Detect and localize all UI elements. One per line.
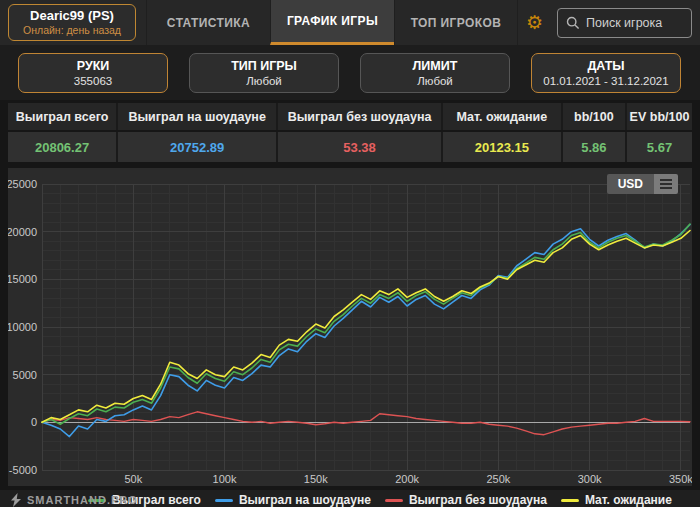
legend-dash-blue [215,499,233,502]
player-name: Dearic99 (PS) [30,8,114,24]
y-tick-label: 5000 [13,369,37,381]
topbar-spacer [518,0,526,45]
filter-limit-value: Любой [417,74,453,88]
filter-hands[interactable]: РУКИ 355063 [18,53,168,93]
player-search-input[interactable] [586,16,683,30]
legend-item-won-no-showdown[interactable]: Выиграл без шоудауна [385,493,547,507]
filter-dates-label: ДАТЫ [587,58,624,74]
filter-hands-label: РУКИ [77,58,110,74]
chart-controls: USD [607,174,678,194]
brand-name: SMARTHAND.PRO [27,494,138,506]
player-status-box: Dearic99 (PS) Онлайн: день назад [8,4,136,41]
stat-header-expectation: Мат. ожидание [443,103,563,130]
brand-bolt-icon [10,493,22,507]
footer: SMARTHAND.PRO Выиграл всего Выиграл на ш… [0,490,700,507]
stat-value-expectation: 20123.15 [443,132,563,162]
main-tabs: СТАТИСТИКА ГРАФИК ИГРЫ ТОП ИГРОКОВ [146,0,518,45]
stat-header-won-showdown: Выиграл на шоудауне [118,103,278,130]
stat-header-bb100: bb/100 [563,103,627,130]
stat-header-ev-bb100: EV bb/100 [627,103,692,130]
winnings-chart: USD -5000050001000015000200002500050k100… [8,168,692,486]
stat-value-bb100: 5.86 [563,132,627,162]
x-tick-label: 350k [669,473,692,485]
hamburger-icon [660,179,672,181]
stats-table: Выиграл всего Выиграл на шоудауне Выигра… [8,103,692,162]
stat-header-won-total: Выиграл всего [8,103,118,130]
x-tick-label: 100k [213,473,237,485]
y-tick-label: 0 [31,416,37,428]
stat-value-won-no-showdown: 53.38 [278,132,443,162]
filter-dates-value: 01.01.2021 - 31.12.2021 [543,74,668,88]
x-tick-label: 300k [578,473,602,485]
x-tick-label: 50k [124,473,142,485]
brand-logo[interactable]: SMARTHAND.PRO [10,490,138,507]
search-box[interactable] [557,8,692,38]
y-tick-label: -5000 [9,464,37,476]
legend-item-won-showdown[interactable]: Выиграл на шоудауне [215,493,371,507]
series-line-1 [42,225,690,437]
stat-value-ev-bb100: 5.67 [627,132,692,162]
tab-statistics[interactable]: СТАТИСТИКА [146,0,270,45]
y-tick-label: 25000 [8,178,37,190]
filter-bar: РУКИ 355063 ТИП ИГРЫ Любой ЛИМИТ Любой Д… [0,45,700,100]
chart-menu-button[interactable] [654,174,678,194]
filter-game-type-label: ТИП ИГРЫ [231,58,297,74]
stat-header-won-no-showdown: Выиграл без шоудауна [278,103,443,130]
stat-value-won-showdown: 20752.89 [118,132,278,162]
top-bar: Dearic99 (PS) Онлайн: день назад СТАТИСТ… [0,0,700,45]
filter-hands-value: 355063 [74,74,112,88]
y-tick-label: 15000 [8,273,37,285]
legend-dash-red [385,499,403,502]
chart-legend: Выиграл всего Выиграл на шоудауне Выигра… [88,493,672,507]
legend-dash-yellow [561,499,579,502]
tab-top-players[interactable]: ТОП ИГРОКОВ [394,0,518,45]
filter-game-type-value: Любой [246,74,282,88]
x-tick-label: 150k [304,473,328,485]
chart-plot: -5000050001000015000200002500050k100k150… [8,168,692,486]
filter-limit-label: ЛИМИТ [413,58,458,74]
x-tick-label: 200k [395,473,419,485]
stat-value-won-total: 20806.27 [8,132,118,162]
legend-item-expectation[interactable]: Мат. ожидание [561,493,672,507]
stats-header-row: Выиграл всего Выиграл на шоудауне Выигра… [8,103,692,130]
filter-limit[interactable]: ЛИМИТ Любой [360,53,510,93]
player-online-status: Онлайн: день назад [23,24,121,37]
stats-value-row: 20806.27 20752.89 53.38 20123.15 5.86 5.… [8,132,692,162]
currency-button[interactable]: USD [607,174,654,194]
x-tick-label: 250k [486,473,510,485]
filter-game-type[interactable]: ТИП ИГРЫ Любой [189,53,339,93]
series-line-2 [42,412,690,435]
y-tick-label: 20000 [8,226,37,238]
tab-game-graph[interactable]: ГРАФИК ИГРЫ [270,0,394,45]
search-icon [566,16,580,30]
filter-dates[interactable]: ДАТЫ 01.01.2021 - 31.12.2021 [531,53,681,93]
y-tick-label: 10000 [8,321,37,333]
settings-gear-icon[interactable]: ⚙ [526,13,543,32]
